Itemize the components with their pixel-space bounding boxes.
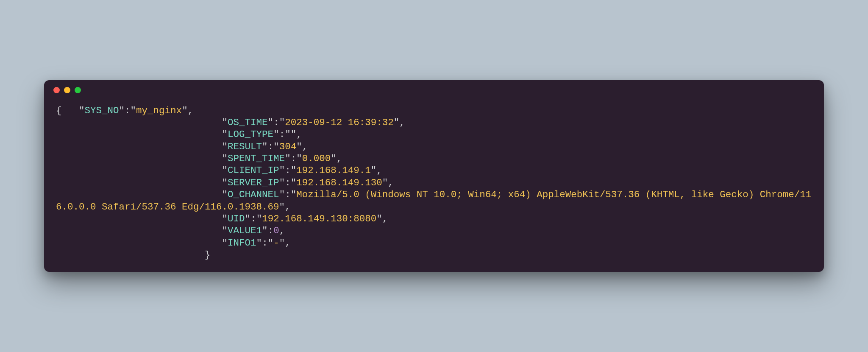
json-value: 192.168.149.130 — [296, 177, 382, 188]
json-key: SPENT_TIME — [228, 153, 285, 164]
json-value: - — [273, 237, 279, 249]
json-key: UID — [228, 213, 245, 224]
terminal-window: { "SYS_NO":"my_nginx", "OS_TIME":"2023-0… — [44, 80, 824, 272]
json-value: 0.000 — [302, 153, 331, 164]
json-value: 304 — [279, 141, 297, 152]
json-value: my_nginx — [136, 105, 182, 116]
json-key: CLIENT_IP — [228, 165, 279, 176]
json-key: SERVER_IP — [228, 177, 279, 188]
json-key: SYS_NO — [85, 105, 119, 116]
json-value: 192.168.149.1 — [296, 165, 371, 176]
code-block: { "SYS_NO":"my_nginx", "OS_TIME":"2023-0… — [44, 101, 824, 272]
json-key: VALUE1 — [228, 225, 262, 236]
titlebar — [44, 80, 824, 101]
close-icon[interactable] — [53, 87, 60, 93]
json-key: OS_TIME — [228, 117, 268, 128]
json-key: O_CHANNEL — [228, 189, 279, 200]
minimize-icon[interactable] — [64, 87, 70, 93]
open-brace: { — [56, 105, 62, 116]
maximize-icon[interactable] — [75, 87, 81, 93]
json-key: INFO1 — [228, 237, 256, 249]
json-value: 192.168.149.130:8080 — [262, 213, 376, 224]
json-key: LOG_TYPE — [228, 129, 273, 140]
json-value: 2023-09-12 16:39:32 — [285, 117, 394, 128]
close-brace: } — [205, 249, 211, 260]
json-key: RESULT — [228, 141, 262, 152]
json-value: 0 — [273, 225, 279, 236]
